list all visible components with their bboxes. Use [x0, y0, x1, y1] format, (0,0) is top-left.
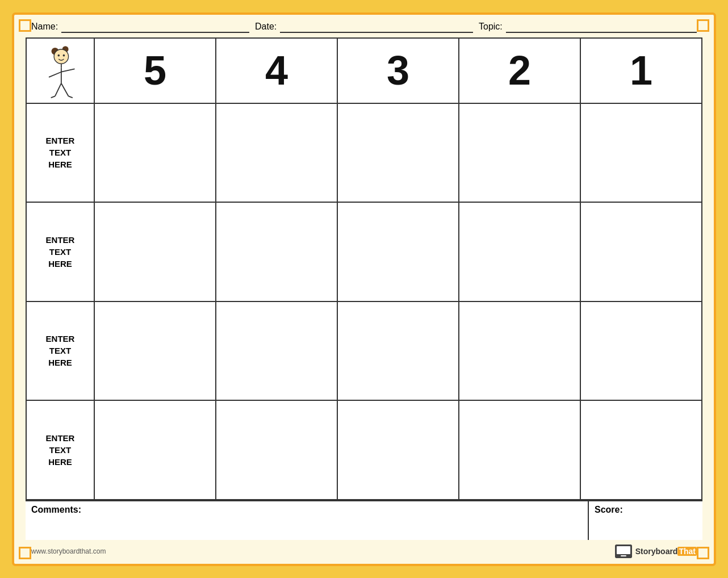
- date-underline: [280, 20, 473, 33]
- row-3-col-2[interactable]: [459, 302, 581, 400]
- row-2-col-2[interactable]: [459, 203, 581, 301]
- svg-rect-15: [621, 555, 626, 556]
- svg-line-9: [55, 83, 61, 97]
- footer-row: Comments: Score:: [26, 500, 702, 540]
- row-3-label-cell: ENTERTEXTHERE: [27, 302, 95, 400]
- topic-label: Topic:: [479, 22, 503, 33]
- row-4-col-3[interactable]: [338, 401, 459, 499]
- svg-line-11: [51, 96, 55, 98]
- row-3-label: ENTERTEXTHERE: [46, 333, 75, 368]
- website-text: www.storyboardthat.com: [31, 547, 106, 555]
- score-col-3: 3: [338, 39, 459, 103]
- score-col-2: 2: [459, 39, 581, 103]
- name-field: Name:: [31, 20, 249, 33]
- outer-border: Name: Date: Topic:: [12, 12, 716, 566]
- table-row: ENTERTEXTHERE: [27, 401, 701, 499]
- row-3-col-4[interactable]: [216, 302, 338, 400]
- table-row: ENTERTEXTHERE: [27, 203, 701, 302]
- svg-point-3: [57, 55, 60, 57]
- row-2-label: ENTERTEXTHERE: [46, 234, 75, 270]
- svg-line-10: [61, 83, 68, 97]
- table-row: ENTERTEXTHERE: [27, 302, 701, 401]
- stick-figure-icon: [36, 42, 85, 99]
- logo-highlight: That: [677, 547, 697, 556]
- row-4-col-5[interactable]: [95, 401, 216, 499]
- score-col-1: 1: [581, 39, 701, 103]
- score-footer-label: Score:: [595, 505, 623, 514]
- date-field: Date:: [255, 20, 473, 33]
- svg-point-4: [62, 55, 65, 57]
- score-footer-cell: Score:: [589, 501, 702, 540]
- row-1-col-5[interactable]: [95, 104, 216, 202]
- table-row: ENTERTEXTHERE: [27, 104, 701, 203]
- svg-line-8: [61, 69, 74, 72]
- score-header: 5 4 3 2 1: [27, 39, 701, 104]
- row-1-col-2[interactable]: [459, 104, 581, 202]
- row-3-col-1[interactable]: [581, 302, 701, 400]
- topic-field: Topic:: [479, 20, 697, 33]
- character-cell: [27, 39, 95, 103]
- row-1-col-4[interactable]: [216, 104, 338, 202]
- data-rows: ENTERTEXTHERE ENTERTEXTHERE: [27, 104, 701, 499]
- logo-text: StoryboardThat: [635, 547, 697, 556]
- header-row: Name: Date: Topic:: [20, 20, 708, 33]
- score-col-5: 5: [95, 39, 216, 103]
- svg-line-7: [49, 72, 61, 77]
- branding-row: www.storyboardthat.com StoryboardThat: [20, 542, 708, 558]
- row-4-col-4[interactable]: [216, 401, 338, 499]
- name-underline: [61, 20, 249, 33]
- corner-bl: [19, 547, 31, 559]
- logo-icon: [615, 545, 632, 558]
- row-2-col-4[interactable]: [216, 203, 338, 301]
- row-3-col-3[interactable]: [338, 302, 459, 400]
- row-1-col-3[interactable]: [338, 104, 459, 202]
- topic-underline: [506, 20, 697, 33]
- storyboard-logo: StoryboardThat: [615, 545, 697, 558]
- row-4-label: ENTERTEXTHERE: [46, 432, 75, 468]
- row-4-col-2[interactable]: [459, 401, 581, 499]
- comments-cell: Comments:: [26, 501, 589, 540]
- row-1-label: ENTERTEXTHERE: [46, 135, 75, 170]
- row-2-col-3[interactable]: [338, 203, 459, 301]
- row-2-label-cell: ENTERTEXTHERE: [27, 203, 95, 301]
- name-label: Name:: [31, 22, 58, 33]
- row-4-label-cell: ENTERTEXTHERE: [27, 401, 95, 499]
- row-4-col-1[interactable]: [581, 401, 701, 499]
- score-col-4: 4: [216, 39, 338, 103]
- corner-tr: [697, 19, 709, 32]
- date-label: Date:: [255, 22, 277, 33]
- row-3-col-5[interactable]: [95, 302, 216, 400]
- corner-tl: [19, 19, 31, 32]
- main-table: 5 4 3 2 1 ENTERTEXTHERE ENTERTEXT: [26, 37, 702, 500]
- row-2-col-5[interactable]: [95, 203, 216, 301]
- row-1-col-1[interactable]: [581, 104, 701, 202]
- comments-label: Comments:: [31, 505, 81, 514]
- corner-br: [697, 547, 709, 559]
- svg-rect-14: [617, 546, 630, 554]
- row-2-col-1[interactable]: [581, 203, 701, 301]
- svg-point-2: [54, 49, 68, 64]
- svg-line-12: [68, 96, 72, 98]
- row-1-label-cell: ENTERTEXTHERE: [27, 104, 95, 202]
